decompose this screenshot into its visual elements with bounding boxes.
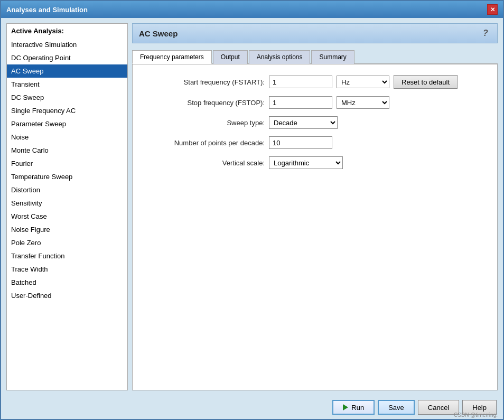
sidebar-item-ac-sweep[interactable]: AC Sweep (7, 64, 127, 78)
sidebar-item-parameter-sweep[interactable]: Parameter Sweep (7, 117, 127, 130)
start-frequency-label: Start frequency (FSTART): (143, 78, 265, 86)
points-row: Number of points per decade: (143, 136, 487, 149)
panel-title: AC Sweep (139, 29, 178, 38)
tab-analysis-options[interactable]: Analysis options (249, 50, 311, 64)
reset-to-default-button[interactable]: Reset to default (394, 75, 458, 89)
help-icon[interactable]: ? (480, 28, 491, 39)
help-label: Help (472, 404, 487, 412)
sidebar-item-user-defined[interactable]: User-Defined (7, 289, 127, 302)
sidebar-header: Active Analysis: (7, 24, 127, 38)
watermark: CSDN @timerring: (454, 412, 498, 418)
start-frequency-row: Start frequency (FSTART): Hz kHz MHz GHz… (143, 75, 487, 89)
sweep-type-select[interactable]: Decade Octave Linear (269, 116, 338, 129)
sidebar: Active Analysis: Interactive Simulation … (6, 23, 128, 390)
right-panel: AC Sweep ? Frequency parameters Output A… (132, 23, 498, 390)
sidebar-item-interactive-simulation[interactable]: Interactive Simulation (7, 38, 127, 51)
sweep-type-row: Sweep type: Decade Octave Linear (143, 116, 487, 129)
save-label: Save (388, 404, 404, 412)
main-content: Active Analysis: Interactive Simulation … (1, 18, 503, 396)
vertical-scale-row: Vertical scale: Logarithmic Linear Decib… (143, 156, 487, 169)
tab-frequency-parameters[interactable]: Frequency parameters (132, 50, 212, 64)
tab-content: Start frequency (FSTART): Hz kHz MHz GHz… (132, 64, 498, 390)
sidebar-item-noise[interactable]: Noise (7, 130, 127, 144)
sidebar-item-transient[interactable]: Transient (7, 78, 127, 91)
sidebar-item-fourier[interactable]: Fourier (7, 157, 127, 170)
vertical-scale-label: Vertical scale: (143, 159, 265, 167)
start-frequency-unit-select[interactable]: Hz kHz MHz GHz (337, 76, 389, 88)
sidebar-item-single-frequency-ac[interactable]: Single Frequency AC (7, 104, 127, 117)
points-input[interactable] (269, 136, 332, 149)
sidebar-item-sensitivity[interactable]: Sensitivity (7, 197, 127, 210)
vertical-scale-select[interactable]: Logarithmic Linear Decibel Octave (269, 156, 343, 169)
stop-frequency-row: Stop frequency (FSTOP): Hz kHz MHz GHz (143, 96, 487, 109)
sidebar-item-transfer-function[interactable]: Transfer Function (7, 249, 127, 263)
sweep-type-label: Sweep type: (143, 119, 265, 127)
sidebar-item-dc-operating-point[interactable]: DC Operating Point (7, 51, 127, 64)
sidebar-item-temperature-sweep[interactable]: Temperature Sweep (7, 170, 127, 183)
stop-frequency-input[interactable] (269, 96, 332, 109)
panel-header: AC Sweep ? (132, 23, 498, 43)
sidebar-item-distortion[interactable]: Distortion (7, 183, 127, 197)
cancel-label: Cancel (428, 404, 449, 412)
save-button[interactable]: Save (378, 400, 415, 415)
run-button[interactable]: Run (332, 400, 375, 415)
sidebar-item-trace-width[interactable]: Trace Width (7, 263, 127, 276)
main-window: Analyses and Simulation ✕ Active Analysi… (0, 0, 504, 420)
play-icon (343, 404, 348, 410)
points-label: Number of points per decade: (143, 139, 265, 147)
sidebar-item-noise-figure[interactable]: Noise Figure (7, 223, 127, 236)
title-bar: Analyses and Simulation ✕ (1, 1, 503, 18)
sidebar-item-batched[interactable]: Batched (7, 276, 127, 289)
window-title: Analyses and Simulation (6, 6, 88, 14)
form-area: Start frequency (FSTART): Hz kHz MHz GHz… (143, 75, 487, 169)
close-button[interactable]: ✕ (487, 4, 498, 15)
run-label: Run (351, 404, 364, 412)
tab-bar: Frequency parameters Output Analysis opt… (132, 48, 498, 64)
stop-frequency-unit-select[interactable]: Hz kHz MHz GHz (337, 96, 389, 109)
stop-frequency-label: Stop frequency (FSTOP): (143, 99, 265, 107)
tab-summary[interactable]: Summary (311, 50, 354, 64)
cancel-button[interactable]: Cancel (418, 400, 459, 415)
sidebar-item-dc-sweep[interactable]: DC Sweep (7, 91, 127, 104)
tab-panel-container: Frequency parameters Output Analysis opt… (132, 48, 498, 390)
sidebar-item-pole-zero[interactable]: Pole Zero (7, 236, 127, 249)
bottom-bar: Run Save Cancel Help CSDN @timerring: (1, 396, 503, 419)
tab-output[interactable]: Output (213, 50, 248, 64)
start-frequency-input[interactable] (269, 76, 332, 88)
sidebar-item-monte-carlo[interactable]: Monte Carlo (7, 144, 127, 157)
sidebar-item-worst-case[interactable]: Worst Case (7, 210, 127, 223)
